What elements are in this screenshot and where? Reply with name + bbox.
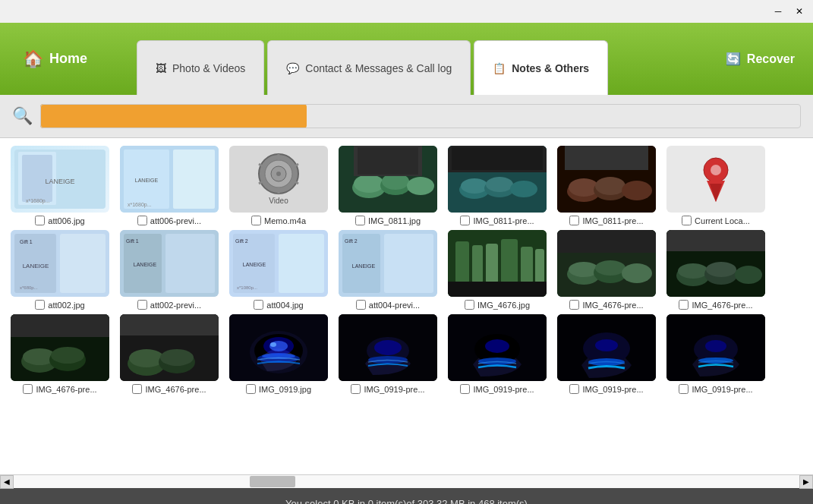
file-checkbox[interactable] [137, 300, 147, 310]
file-label: Memo.m4a [251, 216, 306, 225]
list-item: IMG_0811.jpg [336, 146, 440, 225]
file-label: IMG_4676-pre... [569, 300, 643, 310]
home-icon: 🏠 [23, 49, 43, 69]
svg-rect-55 [165, 234, 215, 293]
file-checkbox[interactable] [460, 216, 470, 225]
svg-text:x*1080p...: x*1080p... [237, 285, 257, 290]
file-label: att006-previ... [137, 216, 201, 225]
svg-point-113 [374, 340, 402, 355]
recover-button[interactable]: 🔄 Recover [707, 52, 813, 66]
file-checkbox[interactable] [137, 216, 147, 225]
svg-rect-74 [521, 247, 533, 283]
file-thumbnail: LANEIGE Gift 2 [339, 230, 437, 297]
file-checkbox[interactable] [35, 216, 45, 225]
file-label: IMG_0811-pre... [569, 216, 643, 225]
file-checkbox[interactable] [356, 300, 366, 310]
list-item: LANEIGE Gift 1 att002-previ... [117, 230, 222, 310]
file-checkbox[interactable] [465, 300, 474, 310]
svg-text:LANEIGE: LANEIGE [135, 178, 159, 183]
tab-contact[interactable]: 💬 Contact & Messages & Call log [267, 40, 471, 95]
svg-rect-90 [666, 230, 765, 251]
list-item: IMG_0811-pre... [554, 146, 659, 225]
file-label: att004-previ... [356, 300, 420, 310]
scroll-track[interactable] [14, 475, 799, 488]
home-button[interactable]: 🏠 Home [0, 49, 137, 69]
file-name: IMG_4676.jpg [477, 301, 530, 310]
file-checkbox[interactable] [351, 384, 361, 394]
scroll-thumb[interactable] [250, 476, 295, 487]
file-checkbox[interactable] [254, 300, 263, 310]
file-name: IMG_0811-pre... [582, 216, 643, 225]
list-item: IMG_0811-pre... [445, 146, 550, 225]
minimize-button[interactable]: ─ [767, 3, 789, 20]
file-checkbox[interactable] [569, 216, 579, 225]
file-thumbnail: LANEIGE x*680p... Gift 1 [11, 230, 109, 297]
svg-rect-27 [358, 147, 418, 175]
file-thumbnail [448, 230, 547, 297]
list-item: LANEIGE x*1680p... att006-previ... [117, 146, 222, 225]
list-item: IMG_4676-pre... [663, 230, 768, 310]
file-name: Memo.m4a [264, 216, 306, 225]
svg-text:LANEIGE: LANEIGE [352, 263, 376, 269]
file-thumbnail [666, 146, 765, 213]
file-label: IMG_4676-pre... [132, 384, 206, 394]
close-button[interactable]: ✕ [789, 3, 810, 20]
photo-icon: 🖼 [156, 62, 166, 74]
file-thumbnail: LANEIGE Gift 1 [120, 230, 219, 297]
file-label: IMG_0919.jpg [246, 384, 311, 394]
svg-text:LANEIGE: LANEIGE [23, 263, 49, 269]
file-checkbox[interactable] [679, 300, 689, 310]
file-thumbnail [448, 314, 547, 381]
file-name: Current Loca... [695, 216, 750, 225]
list-item: IMG_0919-pre... [663, 314, 768, 394]
tab-notes[interactable]: 📋 Notes & Others [474, 40, 608, 95]
file-checkbox[interactable] [23, 384, 33, 394]
list-item: IMG_0919-pre... [445, 314, 550, 394]
svg-point-25 [407, 177, 434, 195]
file-thumbnail [339, 314, 437, 381]
file-checkbox[interactable] [460, 384, 470, 394]
search-input[interactable] [40, 104, 801, 128]
file-label: IMG_0919-pre... [679, 384, 752, 394]
scroll-left-button[interactable]: ◀ [0, 475, 14, 489]
svg-point-117 [485, 339, 509, 353]
file-label: IMG_0919-pre... [351, 384, 424, 394]
file-label: IMG_0811-pre... [460, 216, 534, 225]
file-checkbox[interactable] [679, 384, 689, 394]
file-checkbox[interactable] [132, 384, 142, 394]
svg-point-44 [711, 165, 721, 175]
svg-point-22 [354, 175, 384, 193]
svg-point-86 [678, 263, 708, 279]
svg-text:Gift 2: Gift 2 [235, 238, 248, 244]
svg-text:LANEIGE: LANEIGE [243, 262, 266, 267]
svg-rect-70 [455, 241, 469, 283]
file-checkbox[interactable] [355, 216, 365, 225]
file-label: Current Loca... [682, 216, 750, 225]
file-name: att006.jpg [48, 216, 84, 225]
file-checkbox[interactable] [682, 216, 692, 225]
svg-rect-102 [120, 314, 219, 335]
file-checkbox[interactable] [35, 300, 45, 310]
scroll-right-button[interactable]: ▶ [799, 475, 813, 489]
file-label: att002.jpg [35, 300, 84, 310]
svg-rect-76 [448, 282, 547, 297]
file-checkbox[interactable] [251, 216, 261, 225]
file-checkbox[interactable] [246, 384, 256, 394]
file-name: IMG_0919-pre... [692, 385, 752, 394]
tab-photo[interactable]: 🖼 Photo & Videos [137, 40, 264, 95]
status-bar: You select 0 KB in 0 item(s)of 303.32 MB… [0, 488, 813, 504]
file-name: att006-previ... [150, 216, 201, 225]
home-label: Home [49, 51, 87, 67]
nav-tabs: 🖼 Photo & Videos 💬 Contact & Messages & … [137, 23, 707, 95]
svg-rect-71 [472, 245, 483, 283]
svg-text:LANEIGE: LANEIGE [45, 178, 74, 185]
file-label: IMG_0919-pre... [460, 384, 534, 394]
search-bar: 🔍 [0, 95, 813, 138]
tab-notes-label: Notes & Others [512, 62, 589, 74]
file-thumbnail [448, 146, 547, 213]
file-checkbox[interactable] [569, 384, 579, 394]
svg-rect-60 [279, 234, 324, 293]
file-checkbox[interactable] [569, 300, 579, 310]
recover-icon: 🔄 [726, 52, 741, 66]
svg-point-121 [595, 339, 618, 351]
